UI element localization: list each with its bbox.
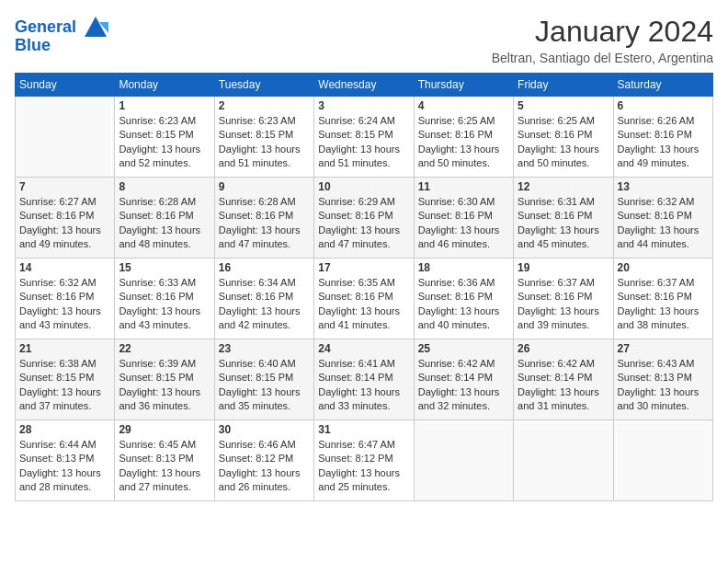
day-number: 28 <box>19 423 110 436</box>
day-info: Sunrise: 6:23 AM Sunset: 8:15 PM Dayligh… <box>119 114 210 171</box>
calendar-week-row: 7Sunrise: 6:27 AM Sunset: 8:16 PM Daylig… <box>16 178 713 259</box>
day-number: 18 <box>418 261 509 274</box>
calendar-week-row: 21Sunrise: 6:38 AM Sunset: 8:15 PM Dayli… <box>16 339 713 420</box>
day-number: 20 <box>618 261 709 274</box>
day-info: Sunrise: 6:28 AM Sunset: 8:16 PM Dayligh… <box>119 195 210 252</box>
day-info: Sunrise: 6:42 AM Sunset: 8:14 PM Dayligh… <box>518 357 609 414</box>
day-number: 4 <box>418 99 509 112</box>
calendar-day-cell: 14Sunrise: 6:32 AM Sunset: 8:16 PM Dayli… <box>16 259 115 339</box>
day-number: 24 <box>318 342 409 355</box>
day-number: 7 <box>19 180 110 193</box>
day-info: Sunrise: 6:38 AM Sunset: 8:15 PM Dayligh… <box>19 357 110 414</box>
day-number: 16 <box>219 261 310 274</box>
calendar-header-cell: Friday <box>514 74 613 97</box>
day-number: 30 <box>219 423 310 436</box>
day-info: Sunrise: 6:39 AM Sunset: 8:15 PM Dayligh… <box>119 357 210 414</box>
calendar-day-cell: 21Sunrise: 6:38 AM Sunset: 8:15 PM Dayli… <box>16 339 115 420</box>
calendar-day-cell: 29Sunrise: 6:45 AM Sunset: 8:13 PM Dayli… <box>115 420 214 501</box>
day-info: Sunrise: 6:46 AM Sunset: 8:12 PM Dayligh… <box>219 438 310 495</box>
calendar-day-cell: 23Sunrise: 6:40 AM Sunset: 8:15 PM Dayli… <box>214 339 313 420</box>
day-info: Sunrise: 6:32 AM Sunset: 8:16 PM Dayligh… <box>19 276 110 333</box>
calendar-week-row: 1Sunrise: 6:23 AM Sunset: 8:15 PM Daylig… <box>16 97 713 178</box>
calendar-day-cell: 12Sunrise: 6:31 AM Sunset: 8:16 PM Dayli… <box>514 178 613 259</box>
calendar-day-cell <box>613 420 712 501</box>
logo: General Blue <box>15 15 108 55</box>
calendar-day-cell: 15Sunrise: 6:33 AM Sunset: 8:16 PM Dayli… <box>115 259 214 339</box>
page-header: General Blue January 2024 Beltran, Santi… <box>15 15 713 65</box>
day-info: Sunrise: 6:29 AM Sunset: 8:16 PM Dayligh… <box>318 195 409 252</box>
day-number: 22 <box>119 342 210 355</box>
day-info: Sunrise: 6:37 AM Sunset: 8:16 PM Dayligh… <box>518 276 609 333</box>
day-number: 12 <box>518 180 609 193</box>
calendar-day-cell: 6Sunrise: 6:26 AM Sunset: 8:16 PM Daylig… <box>613 97 712 178</box>
calendar-day-cell <box>414 420 513 501</box>
calendar-day-cell: 27Sunrise: 6:43 AM Sunset: 8:13 PM Dayli… <box>613 339 712 420</box>
day-number: 14 <box>19 261 110 274</box>
day-number: 2 <box>219 99 310 112</box>
calendar-header-row: SundayMondayTuesdayWednesdayThursdayFrid… <box>16 74 713 97</box>
day-number: 13 <box>618 180 709 193</box>
calendar-day-cell: 31Sunrise: 6:47 AM Sunset: 8:12 PM Dayli… <box>314 420 414 501</box>
calendar-day-cell <box>16 97 115 178</box>
calendar-week-row: 28Sunrise: 6:44 AM Sunset: 8:13 PM Dayli… <box>16 420 713 501</box>
day-number: 17 <box>318 261 409 274</box>
day-info: Sunrise: 6:45 AM Sunset: 8:13 PM Dayligh… <box>119 438 210 495</box>
day-info: Sunrise: 6:33 AM Sunset: 8:16 PM Dayligh… <box>119 276 210 333</box>
day-info: Sunrise: 6:36 AM Sunset: 8:16 PM Dayligh… <box>418 276 509 333</box>
calendar-day-cell: 5Sunrise: 6:25 AM Sunset: 8:16 PM Daylig… <box>514 97 613 178</box>
calendar-header-cell: Thursday <box>414 74 513 97</box>
calendar-day-cell: 22Sunrise: 6:39 AM Sunset: 8:15 PM Dayli… <box>115 339 214 420</box>
day-number: 11 <box>418 180 509 193</box>
day-number: 27 <box>618 342 709 355</box>
calendar-day-cell: 28Sunrise: 6:44 AM Sunset: 8:13 PM Dayli… <box>16 420 115 501</box>
calendar-day-cell: 4Sunrise: 6:25 AM Sunset: 8:16 PM Daylig… <box>414 97 513 178</box>
day-number: 3 <box>318 99 409 112</box>
day-number: 15 <box>119 261 210 274</box>
title-area: January 2024 Beltran, Santiago del Ester… <box>492 15 713 65</box>
day-number: 1 <box>119 99 210 112</box>
calendar-day-cell: 1Sunrise: 6:23 AM Sunset: 8:15 PM Daylig… <box>115 97 214 178</box>
calendar-day-cell: 9Sunrise: 6:28 AM Sunset: 8:16 PM Daylig… <box>214 178 313 259</box>
calendar-day-cell: 20Sunrise: 6:37 AM Sunset: 8:16 PM Dayli… <box>613 259 712 339</box>
calendar-day-cell: 8Sunrise: 6:28 AM Sunset: 8:16 PM Daylig… <box>115 178 214 259</box>
day-number: 9 <box>219 180 310 193</box>
calendar-day-cell: 7Sunrise: 6:27 AM Sunset: 8:16 PM Daylig… <box>16 178 115 259</box>
calendar-day-cell: 13Sunrise: 6:32 AM Sunset: 8:16 PM Dayli… <box>613 178 712 259</box>
day-number: 21 <box>19 342 110 355</box>
calendar-body: 1Sunrise: 6:23 AM Sunset: 8:15 PM Daylig… <box>16 97 713 501</box>
day-info: Sunrise: 6:42 AM Sunset: 8:14 PM Dayligh… <box>418 357 509 414</box>
calendar-header-cell: Sunday <box>16 74 115 97</box>
month-title: January 2024 <box>492 15 713 49</box>
day-info: Sunrise: 6:30 AM Sunset: 8:16 PM Dayligh… <box>418 195 509 252</box>
calendar-header-cell: Tuesday <box>214 74 313 97</box>
day-info: Sunrise: 6:35 AM Sunset: 8:16 PM Dayligh… <box>318 276 409 333</box>
calendar-day-cell <box>514 420 613 501</box>
day-number: 23 <box>219 342 310 355</box>
day-info: Sunrise: 6:26 AM Sunset: 8:16 PM Dayligh… <box>618 114 709 171</box>
day-info: Sunrise: 6:41 AM Sunset: 8:14 PM Dayligh… <box>318 357 409 414</box>
calendar-day-cell: 30Sunrise: 6:46 AM Sunset: 8:12 PM Dayli… <box>214 420 313 501</box>
day-number: 31 <box>318 423 409 436</box>
location-title: Beltran, Santiago del Estero, Argentina <box>492 51 713 65</box>
day-info: Sunrise: 6:44 AM Sunset: 8:13 PM Dayligh… <box>19 438 110 495</box>
day-info: Sunrise: 6:32 AM Sunset: 8:16 PM Dayligh… <box>618 195 709 252</box>
day-number: 8 <box>119 180 210 193</box>
day-number: 25 <box>418 342 509 355</box>
day-info: Sunrise: 6:40 AM Sunset: 8:15 PM Dayligh… <box>219 357 310 414</box>
day-number: 29 <box>119 423 210 436</box>
calendar-day-cell: 26Sunrise: 6:42 AM Sunset: 8:14 PM Dayli… <box>514 339 613 420</box>
day-number: 6 <box>618 99 709 112</box>
calendar-header-cell: Saturday <box>613 74 712 97</box>
day-info: Sunrise: 6:31 AM Sunset: 8:16 PM Dayligh… <box>518 195 609 252</box>
calendar-header-cell: Wednesday <box>314 74 414 97</box>
calendar-day-cell: 16Sunrise: 6:34 AM Sunset: 8:16 PM Dayli… <box>214 259 313 339</box>
day-info: Sunrise: 6:47 AM Sunset: 8:12 PM Dayligh… <box>318 438 409 495</box>
calendar-day-cell: 10Sunrise: 6:29 AM Sunset: 8:16 PM Dayli… <box>314 178 414 259</box>
day-number: 5 <box>518 99 609 112</box>
calendar-table: SundayMondayTuesdayWednesdayThursdayFrid… <box>15 73 713 501</box>
day-info: Sunrise: 6:34 AM Sunset: 8:16 PM Dayligh… <box>219 276 310 333</box>
day-info: Sunrise: 6:23 AM Sunset: 8:15 PM Dayligh… <box>219 114 310 171</box>
calendar-day-cell: 3Sunrise: 6:24 AM Sunset: 8:15 PM Daylig… <box>314 97 414 178</box>
calendar-day-cell: 2Sunrise: 6:23 AM Sunset: 8:15 PM Daylig… <box>214 97 313 178</box>
calendar-day-cell: 25Sunrise: 6:42 AM Sunset: 8:14 PM Dayli… <box>414 339 513 420</box>
